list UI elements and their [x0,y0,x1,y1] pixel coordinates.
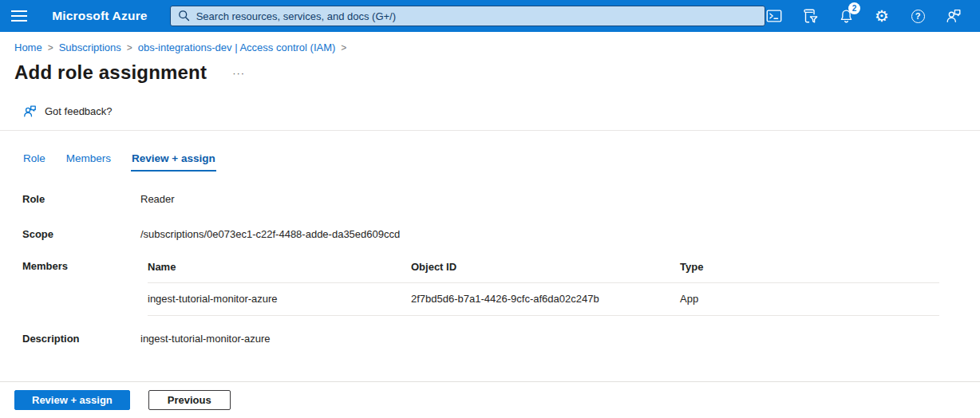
title-row: Add role assignment ··· [14,61,966,84]
got-feedback-icon [22,104,38,119]
scope-label: Scope [22,228,140,240]
breadcrumb-home[interactable]: Home [14,41,42,53]
breadcrumb-separator: > [127,42,132,53]
feedback-icon[interactable] [945,7,962,25]
column-header-type: Type [680,260,939,283]
table-row: ingest-tutorial-monitor-azure 2f7bd5d6-b… [148,283,939,316]
role-label: Role [22,193,140,205]
member-name-cell: ingest-tutorial-monitor-azure [148,283,411,316]
global-search [170,6,765,26]
wizard-tabs: Role Members Review + assign [22,152,980,172]
breadcrumb: Home > Subscriptions > obs-integrations-… [0,32,980,53]
description-row: Description ingest-tutorial-monitor-azur… [0,333,980,345]
column-header-object-id: Object ID [411,260,680,283]
hamburger-menu-icon[interactable] [0,0,38,32]
footer-action-bar: Review + assign Previous [0,381,980,418]
tab-role[interactable]: Role [22,152,46,172]
breadcrumb-subscriptions[interactable]: Subscriptions [59,41,121,53]
breadcrumb-access-control[interactable]: obs-integrations-dev | Access control (I… [138,41,336,53]
settings-gear-icon[interactable]: ⚙ [873,7,891,25]
description-label: Description [22,333,140,345]
members-table: Name Object ID Type ingest-tutorial-moni… [148,260,939,316]
feedback-bar: Got feedback? [0,104,980,131]
directory-filter-icon[interactable] [801,7,819,25]
scope-value: /subscriptions/0e073ec1-c22f-4488-adde-d… [140,228,400,240]
azure-brand-logo[interactable]: Microsoft Azure [52,9,148,23]
notification-count-badge: 2 [848,2,860,14]
members-label: Members [22,260,140,316]
azure-top-bar: Microsoft Azure [0,0,980,32]
tab-members[interactable]: Members [65,152,112,172]
breadcrumb-separator: > [48,42,53,53]
review-assign-button[interactable]: Review + assign [14,390,130,410]
role-value: Reader [140,193,175,205]
previous-button[interactable]: Previous [148,390,231,410]
page-title: Add role assignment [14,61,207,84]
got-feedback-link[interactable]: Got feedback? [45,105,113,117]
members-row: Members Name Object ID Type ingest-tutor… [0,260,980,316]
member-type-cell: App [680,283,939,316]
member-object-id-cell: 2f7bd5d6-b7a1-4426-9cfc-af6da02c247b [411,283,680,316]
description-value: ingest-tutorial-monitor-azure [140,333,271,345]
column-header-name: Name [148,260,411,283]
more-options-ellipsis-icon[interactable]: ··· [232,67,245,79]
cloud-shell-icon[interactable] [765,7,783,25]
help-icon[interactable]: ? [909,7,927,25]
tab-review-assign[interactable]: Review + assign [131,152,216,172]
breadcrumb-separator: > [341,42,346,53]
members-table-header-row: Name Object ID Type [148,260,939,283]
topbar-actions: 2 ⚙ ? [765,7,980,25]
search-input[interactable] [170,6,765,26]
role-row: Role Reader [0,193,980,205]
notifications-bell-icon[interactable]: 2 [837,7,855,25]
scope-row: Scope /subscriptions/0e073ec1-c22f-4488-… [0,228,980,240]
